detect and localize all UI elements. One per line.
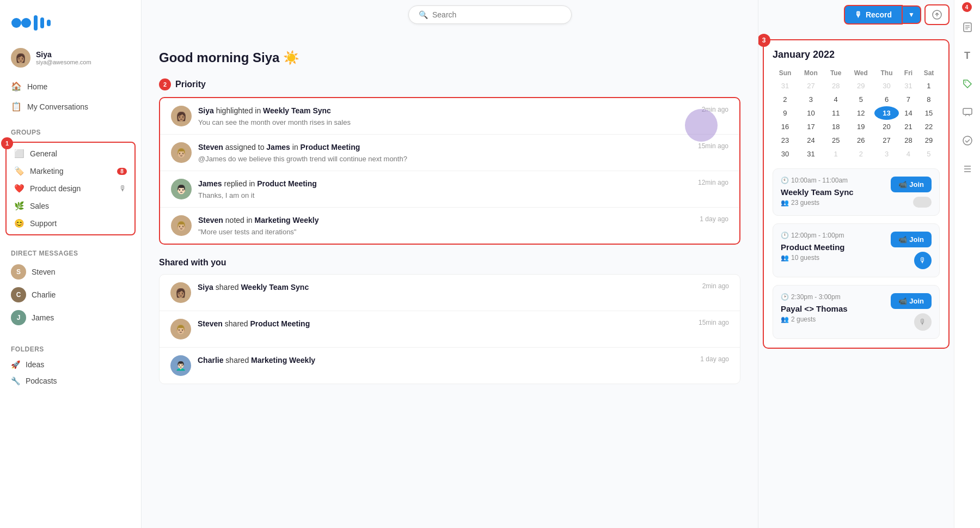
calendar-day[interactable]: 31 <box>773 79 798 93</box>
svg-point-1 <box>21 18 31 28</box>
calendar-day[interactable]: 5 <box>847 93 874 106</box>
sidebar-item-ideas[interactable]: 🚀 Ideas <box>0 356 141 373</box>
mic-toggle[interactable] <box>913 197 932 208</box>
join-button[interactable]: 📹 Join <box>891 293 932 309</box>
calendar-day[interactable]: 2 <box>847 147 874 161</box>
calendar-day[interactable]: 7 <box>899 93 918 106</box>
calendar-day[interactable]: 5 <box>918 147 940 161</box>
calendar-day-header: Mon <box>798 67 824 79</box>
priority-item[interactable]: 👨🏼 Steven assigned to James in Product M… <box>160 135 739 171</box>
sidebar-item-marketing[interactable]: 🏷️ Marketing 8 <box>7 162 134 180</box>
sidebar-item-support[interactable]: 😊 Support <box>7 215 134 232</box>
calendar-day[interactable]: 6 <box>874 93 899 106</box>
meeting-card: 🕛 12:00pm - 1:00pm Product Meeting 👥 10 … <box>773 223 940 277</box>
calendar-day[interactable]: 30 <box>874 79 899 93</box>
activity-text: Siya shared Weekly Team Sync <box>198 282 691 293</box>
calendar-day[interactable]: 12 <box>847 106 874 120</box>
calendar-day[interactable]: 15 <box>918 106 940 120</box>
sidebar-item-podcasts[interactable]: 🔧 Podcasts <box>0 373 141 389</box>
sidebar-item-product-design[interactable]: ❤️ Product design 🎙 <box>7 180 134 197</box>
record-chevron-button[interactable]: ▼ <box>903 5 921 24</box>
upload-button[interactable] <box>924 4 950 25</box>
record-button[interactable]: 🎙 Record <box>844 5 903 25</box>
calendar-day[interactable]: 18 <box>824 120 848 133</box>
calendar-day[interactable]: 29 <box>847 79 874 93</box>
calendar-day[interactable]: 4 <box>899 147 918 161</box>
calendar-day-today[interactable]: 13 <box>874 106 899 120</box>
sidebar-item-sales[interactable]: 🌿 Sales <box>7 197 134 215</box>
calendar-day[interactable]: 2 <box>773 93 798 106</box>
calendar-day[interactable]: 28 <box>899 133 918 147</box>
calendar-day[interactable]: 27 <box>798 79 824 93</box>
priority-item[interactable]: 👨🏼 Steven noted in Marketing Weekly "Mor… <box>160 208 739 244</box>
text-format-icon[interactable]: T <box>958 46 977 65</box>
shared-item[interactable]: 👨🏻‍🦱 Charlie shared Marketing Weekly 1 d… <box>160 348 740 384</box>
main-content: Good morning Siya ☀️ 2 Priority 👩🏽 Siya … <box>142 0 758 528</box>
calendar-day[interactable]: 26 <box>847 133 874 147</box>
folders-section-title: Folders <box>0 338 141 356</box>
calendar-day[interactable]: 1 <box>824 147 848 161</box>
calendar-day[interactable]: 19 <box>847 120 874 133</box>
sidebar-item-my-conversations[interactable]: 📋 My Conversations <box>0 96 141 117</box>
checkmark-icon[interactable] <box>958 131 977 150</box>
priority-item[interactable]: 👨🏻 James replied in Product Meeting Than… <box>160 171 739 208</box>
group-label: Support <box>30 219 57 228</box>
calendar-day[interactable]: 29 <box>918 133 940 147</box>
calendar-day[interactable]: 1 <box>918 79 940 93</box>
calendar-day[interactable]: 30 <box>773 147 798 161</box>
group-label: Product design <box>30 184 81 193</box>
calendar-day[interactable]: 17 <box>798 120 824 133</box>
sidebar-item-home[interactable]: 🏠 Home <box>0 76 141 96</box>
calendar-day[interactable]: 11 <box>824 106 848 120</box>
calendar-day[interactable]: 22 <box>918 120 940 133</box>
avatar: 👨🏻 <box>171 179 192 199</box>
calendar-day[interactable]: 16 <box>773 120 798 133</box>
folder-label: Podcasts <box>26 377 57 385</box>
tag-icon[interactable] <box>958 74 977 94</box>
svg-rect-10 <box>963 108 972 114</box>
search-box[interactable]: 🔍 <box>408 5 572 24</box>
calendar-day[interactable]: 20 <box>874 120 899 133</box>
calendar-day[interactable]: 8 <box>918 93 940 106</box>
document-icon[interactable] <box>958 17 977 37</box>
chat-bubble-icon[interactable] <box>958 102 977 122</box>
sidebar-item-charlie[interactable]: C Charlie <box>0 283 141 306</box>
search-input[interactable] <box>432 10 561 19</box>
calendar-day[interactable]: 10 <box>798 106 824 120</box>
shared-item[interactable]: 👩🏽 Siya shared Weekly Team Sync 2min ago <box>160 275 740 311</box>
calendar-day[interactable]: 25 <box>824 133 848 147</box>
join-button[interactable]: 📹 Join <box>891 177 932 192</box>
shared-section: Shared with you 👩🏽 Siya shared Weekly Te… <box>159 258 740 384</box>
avatar: 👩🏽 <box>171 106 192 126</box>
calendar-day[interactable]: 28 <box>824 79 848 93</box>
calendar-day[interactable]: 9 <box>773 106 798 120</box>
calendar-day[interactable]: 31 <box>899 79 918 93</box>
calendar-day[interactable]: 31 <box>798 147 824 161</box>
calendar-day[interactable]: 24 <box>798 133 824 147</box>
join-button[interactable]: 📹 Join <box>891 232 932 247</box>
sales-icon: 🌿 <box>14 201 24 211</box>
sidebar-item-steven[interactable]: S Steven <box>0 260 141 283</box>
sidebar-item-james[interactable]: J James <box>0 306 141 329</box>
calendar-day[interactable]: 14 <box>899 106 918 120</box>
mic-inactive-icon[interactable]: 🎙 <box>914 313 932 331</box>
list-icon[interactable] <box>958 159 977 179</box>
avatar: 👨🏼 <box>170 319 191 339</box>
calendar-day[interactable]: 21 <box>899 120 918 133</box>
calendar-day[interactable]: 23 <box>773 133 798 147</box>
activity-time: 12min ago <box>698 179 728 186</box>
user-profile[interactable]: 👩🏽 Siya siya@awesome.com <box>0 44 141 76</box>
calendar-day[interactable]: 27 <box>874 133 899 147</box>
ideas-icon: 🚀 <box>11 360 20 369</box>
calendar-day[interactable]: 4 <box>824 93 848 106</box>
meeting-time: 🕙 10:00am - 11:00am <box>781 177 854 184</box>
calendar-day[interactable]: 3 <box>798 93 824 106</box>
right-toolbar: 4 T <box>954 0 980 528</box>
shared-item[interactable]: 👨🏼 Steven shared Product Meeting 15min a… <box>160 311 740 348</box>
meeting-guests: 👥 23 guests <box>781 199 854 207</box>
mic-active-icon[interactable]: 🎙 <box>914 252 932 269</box>
sidebar-item-general[interactable]: ⬜ General <box>7 145 134 162</box>
calendar-day[interactable]: 3 <box>874 147 899 161</box>
priority-item[interactable]: 👩🏽 Siya highlighted in Weekly Team Sync … <box>160 98 739 135</box>
activity-time: 15min ago <box>699 319 729 326</box>
